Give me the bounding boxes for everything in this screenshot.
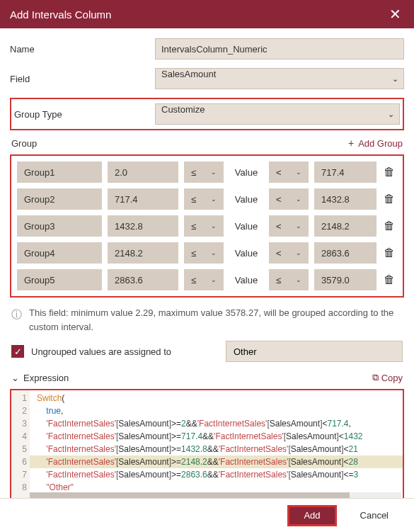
expression-header: ⌄ Expression ⧉ Copy [11, 372, 403, 383]
group-from-input[interactable]: 1432.8 [108, 215, 178, 237]
add-button[interactable]: Add [288, 506, 335, 526]
plus-icon: + [348, 137, 354, 149]
group-to-input[interactable]: 2863.6 [314, 242, 376, 264]
group-header: Group + Add Group [11, 137, 403, 149]
cancel-button[interactable]: Cancel [346, 506, 403, 526]
chevron-down-icon: ⌄ [211, 276, 217, 283]
group-from-input[interactable]: 717.4 [108, 188, 178, 210]
group-type-value: Customize [161, 104, 205, 115]
group-name-input[interactable]: Group2 [17, 188, 102, 210]
group-name-input[interactable]: Group4 [17, 242, 102, 264]
group-row: Group52863.6≤⌄Value≤⌄3579.0🗑 [17, 269, 397, 290]
chevron-down-icon: ⌄ [211, 196, 217, 203]
group-label: Group [11, 138, 37, 149]
code-line: Switch( [37, 392, 398, 404]
ungrouped-row: ✓ Ungrouped values are assigned to [11, 341, 403, 362]
value-label: Value [229, 162, 263, 183]
field-label: Field [10, 74, 148, 84]
value-label: Value [229, 242, 263, 264]
code-line: 'FactInternetSales'[SalesAmount]>=2&&'Fa… [37, 417, 398, 430]
code-line: 'FactInternetSales'[SalesAmount]>=2148.2… [37, 455, 398, 468]
group-from-input[interactable]: 2863.6 [108, 269, 178, 290]
editor-hscrollbar[interactable] [30, 492, 401, 498]
delete-icon[interactable]: 🗑 [382, 247, 396, 259]
dialog-title: Add Intervals Column [10, 9, 111, 21]
group-op1-select[interactable]: ≤⌄ [184, 242, 224, 264]
groups-container: Group12.0≤⌄Value<⌄717.4🗑Group2717.4≤⌄Val… [10, 154, 404, 298]
group-to-input[interactable]: 3579.0 [314, 269, 376, 290]
chevron-down-icon: ⌄ [11, 373, 19, 383]
expression-editor[interactable]: 12345678 Switch( true, 'FactInternetSale… [10, 389, 404, 501]
delete-icon[interactable]: 🗑 [382, 193, 396, 205]
ungrouped-checkbox[interactable]: ✓ [11, 345, 24, 358]
chevron-down-icon: ⌄ [296, 196, 301, 203]
dialog-footer: Add Cancel [0, 498, 414, 532]
row-name: Name [10, 38, 404, 60]
add-group-button[interactable]: + Add Group [348, 137, 403, 149]
dialog-body: Name Field SalesAmount ⌄ Group Type Cust… [0, 28, 414, 511]
chevron-down-icon: ⌄ [296, 222, 301, 230]
scrollbar-thumb[interactable] [30, 492, 350, 498]
group-op1-select[interactable]: ≤⌄ [184, 188, 224, 210]
group-row: Group2717.4≤⌄Value<⌄1432.8🗑 [17, 188, 397, 210]
group-to-input[interactable]: 717.4 [314, 162, 376, 183]
close-icon[interactable]: ✕ [386, 3, 404, 26]
group-row: Group42148.2≤⌄Value<⌄2863.6🗑 [17, 242, 397, 264]
copy-label: Copy [381, 373, 403, 383]
chevron-down-icon: ⌄ [211, 222, 217, 230]
field-value: SalesAmount [161, 69, 216, 79]
code-line: 'FactInternetSales'[SalesAmount]>=717.4&… [37, 430, 398, 443]
group-op2-select[interactable]: <⌄ [269, 242, 309, 264]
titlebar: Add Intervals Column ✕ [0, 0, 414, 28]
field-select[interactable]: SalesAmount [155, 68, 404, 89]
info-row: ⓘ This field: minimum value 2.29, maximu… [11, 306, 403, 334]
group-type-label: Group Type [14, 109, 148, 120]
name-label: Name [10, 44, 148, 55]
group-row: Group31432.8≤⌄Value<⌄2148.2🗑 [17, 215, 397, 237]
delete-icon[interactable]: 🗑 [382, 166, 396, 179]
group-op2-select[interactable]: <⌄ [269, 188, 309, 210]
group-name-input[interactable]: Group3 [17, 215, 102, 237]
group-from-input[interactable]: 2148.2 [108, 242, 178, 264]
group-type-highlight: Group Type Customize ⌄ [10, 98, 404, 130]
group-op1-select[interactable]: ≤⌄ [184, 215, 224, 237]
value-label: Value [229, 215, 263, 237]
info-icon: ⓘ [11, 307, 22, 323]
group-op2-select[interactable]: <⌄ [269, 162, 309, 183]
code-line: 'FactInternetSales'[SalesAmount]>=2863.6… [37, 468, 398, 481]
value-label: Value [229, 269, 263, 290]
ungrouped-label: Ungrouped values are assigned to [31, 346, 219, 357]
group-to-input[interactable]: 2148.2 [314, 215, 376, 237]
code-line: true, [37, 404, 398, 417]
group-to-input[interactable]: 1432.8 [314, 188, 376, 210]
editor-gutter: 12345678 [11, 390, 30, 499]
chevron-down-icon: ⌄ [211, 249, 217, 256]
group-type-select[interactable]: Customize [155, 103, 400, 125]
group-row: Group12.0≤⌄Value<⌄717.4🗑 [17, 162, 397, 183]
editor-code: Switch( true, 'FactInternetSales'[SalesA… [30, 390, 403, 495]
row-field: Field SalesAmount ⌄ [10, 68, 404, 89]
copy-button[interactable]: ⧉ Copy [372, 372, 403, 383]
add-group-label: Add Group [358, 138, 403, 149]
group-op1-select[interactable]: ≤⌄ [184, 162, 224, 183]
group-name-input[interactable]: Group5 [17, 269, 102, 290]
delete-icon[interactable]: 🗑 [382, 220, 396, 232]
group-op1-select[interactable]: ≤⌄ [184, 269, 224, 290]
name-input[interactable] [155, 38, 404, 60]
group-op2-select[interactable]: <⌄ [269, 215, 309, 237]
group-name-input[interactable]: Group1 [17, 162, 102, 183]
chevron-down-icon: ⌄ [296, 169, 301, 176]
ungrouped-value-input[interactable] [226, 341, 403, 362]
expression-label: Expression [23, 373, 69, 383]
group-from-input[interactable]: 2.0 [108, 162, 178, 183]
delete-icon[interactable]: 🗑 [382, 273, 396, 286]
chevron-down-icon: ⌄ [296, 249, 301, 256]
chevron-down-icon: ⌄ [296, 276, 301, 283]
chevron-down-icon: ⌄ [211, 169, 217, 176]
expression-toggle[interactable]: ⌄ Expression [11, 373, 69, 383]
info-text: This field: minimum value 2.29, maximum … [29, 306, 403, 334]
copy-icon: ⧉ [372, 372, 379, 383]
value-label: Value [229, 188, 263, 210]
group-op2-select[interactable]: ≤⌄ [269, 269, 309, 290]
code-line: 'FactInternetSales'[SalesAmount]>=1432.8… [37, 443, 398, 455]
